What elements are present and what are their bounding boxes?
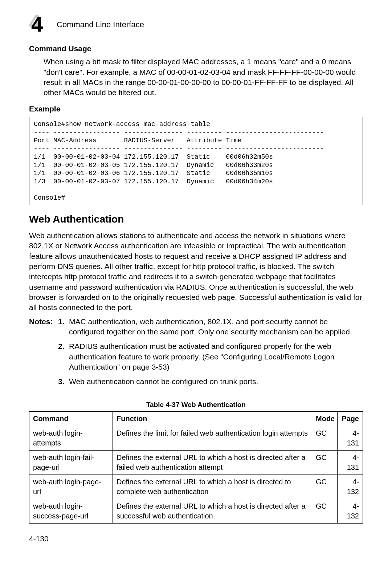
- td-page: 4-132: [338, 499, 363, 524]
- td-function: Defines the limit for failed web authent…: [113, 426, 312, 451]
- th-function: Function: [113, 412, 312, 426]
- td-function: Defines the external URL to which a host…: [113, 475, 312, 499]
- example-console-output: Console#show network-access mac-address-…: [29, 117, 363, 205]
- th-mode: Mode: [312, 412, 338, 426]
- chapter-number: 4: [31, 14, 43, 35]
- td-mode: GC: [312, 426, 338, 451]
- td-page: 4-131: [338, 451, 363, 475]
- chapter-title: Command Line Interface: [57, 19, 144, 30]
- td-command: web-auth login-fail-page-url: [29, 451, 113, 475]
- table-row: web-auth login-attempts Defines the limi…: [29, 426, 363, 451]
- table-row: web-auth login-page-url Defines the exte…: [29, 475, 363, 499]
- table-caption: Table 4-37 Web Authentication: [29, 400, 363, 410]
- td-page: 4-132: [338, 475, 363, 499]
- note-text: RADIUS authentication must be activated …: [69, 342, 335, 371]
- command-usage-body: When using a bit mask to filter displaye…: [44, 57, 363, 98]
- page-number: 4-130: [29, 534, 363, 544]
- td-page: 4-131: [338, 426, 363, 451]
- example-heading: Example: [29, 104, 363, 114]
- web-authentication-table: Command Function Mode Page web-auth logi…: [29, 411, 363, 524]
- note-item: Web authentication cannot be configured …: [58, 376, 363, 387]
- notes-list: MAC authentication, web authentication, …: [58, 317, 363, 387]
- note-text: Web authentication cannot be configured …: [69, 377, 258, 386]
- td-function: Defines the external URL to which a host…: [113, 499, 312, 524]
- td-mode: GC: [312, 475, 338, 499]
- table-header-row: Command Function Mode Page: [29, 412, 363, 426]
- notes-label: Notes:: [29, 317, 58, 391]
- td-command: web-auth login-page-url: [29, 475, 113, 499]
- chapter-number-icon: 4 4: [29, 15, 50, 34]
- notes-block: Notes: MAC authentication, web authentic…: [29, 317, 363, 391]
- th-command: Command: [29, 412, 113, 426]
- web-authentication-body: Web authentication allows stations to au…: [29, 231, 363, 313]
- page-header: 4 4 Command Line Interface: [29, 15, 363, 34]
- note-item: MAC authentication, web authentication, …: [58, 317, 363, 337]
- command-usage-heading: Command Usage: [29, 44, 363, 54]
- table-row: web-auth login-success-page-url Defines …: [29, 499, 363, 524]
- td-function: Defines the external URL to which a host…: [113, 451, 312, 475]
- td-command: web-auth login-success-page-url: [29, 499, 113, 524]
- td-mode: GC: [312, 499, 338, 524]
- table-row: web-auth login-fail-page-url Defines the…: [29, 451, 363, 475]
- web-authentication-heading: Web Authentication: [29, 212, 363, 226]
- td-command: web-auth login-attempts: [29, 426, 113, 451]
- note-item: RADIUS authentication must be activated …: [58, 341, 363, 372]
- th-page: Page: [338, 412, 363, 426]
- note-text: MAC authentication, web authentication, …: [69, 317, 352, 336]
- td-mode: GC: [312, 451, 338, 475]
